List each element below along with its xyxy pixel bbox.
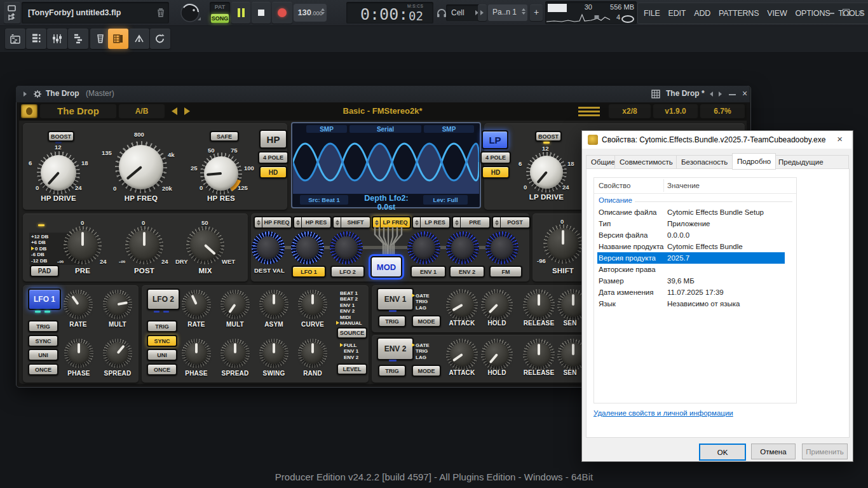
scope-lev-button[interactable]: Lev: Full: [423, 195, 468, 205]
plugin-close-icon[interactable]: ×: [742, 89, 747, 98]
stop-button[interactable]: [252, 2, 271, 24]
table-row-selected[interactable]: Версия продукта2025.7: [597, 252, 785, 264]
lfo2-rand-knob[interactable]: [298, 339, 327, 368]
lfo1-button[interactable]: LFO 1: [28, 288, 61, 310]
mod-lfo1-knob[interactable]: [291, 231, 324, 264]
mode-option-selected[interactable]: GATE: [412, 342, 430, 348]
env1-attack-knob[interactable]: [446, 289, 478, 321]
tab-previous-versions[interactable]: Предыдущие версии: [773, 155, 849, 169]
mode-option[interactable]: LAG: [416, 355, 430, 360]
menu-add[interactable]: ADD: [694, 9, 710, 18]
lfo2-once-button[interactable]: ONCE: [147, 363, 177, 376]
project-title-panel[interactable]: [TonyForby] untitled3.flp: [22, 2, 169, 24]
lfo2-asym-knob[interactable]: [259, 290, 288, 319]
dialog-close-icon[interactable]: ×: [837, 133, 843, 144]
hp-boost-button[interactable]: BOOST: [48, 131, 74, 142]
lfo2-mult-knob[interactable]: [220, 290, 250, 319]
lfo2-level-button[interactable]: LEVEL: [337, 363, 367, 375]
minimize-icon[interactable]: [827, 13, 834, 14]
scope-routing-button[interactable]: Serial: [349, 125, 421, 133]
mod-env1-button[interactable]: ENV 1: [410, 266, 446, 278]
channel-rack-button[interactable]: [26, 29, 46, 49]
spinner-icon[interactable]: [294, 217, 302, 227]
table-row[interactable]: Авторские права: [594, 264, 796, 275]
next-plugin-icon[interactable]: [719, 92, 722, 97]
tab-details[interactable]: Подробно: [732, 153, 776, 170]
mod-fm-knob[interactable]: [485, 231, 519, 264]
ab-compare-button[interactable]: A/B: [119, 104, 165, 118]
mixer-button[interactable]: [47, 29, 67, 49]
hp-hd-button[interactable]: HD: [259, 166, 287, 179]
shift-knob[interactable]: [543, 224, 583, 264]
lp-hd-button[interactable]: HD: [482, 166, 510, 179]
mod-env1-knob[interactable]: [407, 231, 440, 264]
lfo1-mult-knob[interactable]: [103, 290, 132, 319]
env1-trig-button[interactable]: TRIG: [378, 315, 406, 327]
cancel-button[interactable]: Отмена: [751, 444, 796, 459]
env2-mode-button[interactable]: MODE: [412, 365, 441, 377]
time-display[interactable]: 0:00: 02 M:S:CS: [346, 2, 433, 24]
tab-compatibility[interactable]: Совместимость: [614, 155, 678, 169]
dest-hp-freq-button[interactable]: HP FREQ: [254, 216, 292, 229]
pad-button[interactable]: PAD: [30, 265, 59, 277]
song-mode-button[interactable]: SONG: [211, 14, 229, 23]
lfo2-sync-button[interactable]: SYNC: [147, 335, 177, 347]
plugin-version[interactable]: v1.9.0: [653, 104, 698, 118]
menu-options[interactable]: OPTIONS: [795, 9, 830, 18]
mod-lfo2-button[interactable]: LFO 2: [330, 266, 365, 278]
lfo2-source-button[interactable]: SOURCE: [337, 327, 367, 339]
plugin-tab-title[interactable]: The Drop *: [666, 89, 705, 98]
mod-button[interactable]: MOD: [370, 256, 402, 278]
bpm-spinner[interactable]: [321, 8, 325, 15]
master-volume-knob[interactable]: [179, 2, 202, 24]
scope-mode-right-button[interactable]: SMP: [424, 125, 474, 133]
hp-drive-knob[interactable]: [37, 151, 80, 194]
table-row[interactable]: Размер39,6 МБ: [594, 275, 796, 287]
lfo1-sync-button[interactable]: SYNC: [28, 335, 58, 347]
pre-knob[interactable]: [64, 226, 102, 264]
mode-option[interactable]: TRIG: [416, 299, 430, 304]
plugin-cpu[interactable]: 6.7%: [700, 104, 745, 118]
pattern-selector[interactable]: Pa..n 1: [488, 4, 527, 21]
record-button[interactable]: [272, 2, 292, 24]
scope-depth-value[interactable]: Depth Lfo2: 0.0st: [355, 194, 418, 212]
source-option[interactable]: BEAT 2: [340, 296, 362, 302]
hp-freq-knob[interactable]: [115, 141, 167, 193]
spinner-icon[interactable]: [373, 217, 381, 227]
dest-post-button[interactable]: POST: [492, 216, 531, 229]
source-option[interactable]: MIDI: [340, 315, 362, 320]
plugin-picker-button[interactable]: [108, 29, 128, 49]
lfo2-curve-knob[interactable]: [298, 290, 327, 319]
env2-button[interactable]: ENV 2: [377, 337, 414, 360]
preset-menu-icon[interactable]: [578, 107, 600, 116]
mod-lfo2-knob[interactable]: [330, 231, 363, 264]
dest-val-knob[interactable]: [252, 231, 285, 264]
source-option[interactable]: BEAT 1: [340, 290, 362, 296]
spinner-icon[interactable]: [413, 217, 421, 227]
scope-mode-left-button[interactable]: SMP: [306, 125, 347, 133]
lfo1-once-button[interactable]: ONCE: [28, 363, 58, 376]
source-option-selected[interactable]: MANUAL: [336, 320, 362, 326]
table-row[interactable]: ЯзыкНезависимо от языка: [594, 298, 796, 309]
spinner-icon[interactable]: [493, 217, 501, 227]
lfo2-spread-knob[interactable]: [220, 339, 250, 368]
mode-option-selected[interactable]: GATE: [412, 293, 430, 299]
add-pattern-button[interactable]: +: [530, 4, 543, 21]
pause-button[interactable]: [231, 2, 250, 24]
menu-patterns[interactable]: PATTERNS: [719, 9, 759, 18]
oversampling-button[interactable]: x2/8: [609, 104, 651, 118]
hp-safe-button[interactable]: SAFE: [210, 131, 239, 142]
column-header-value[interactable]: Значение: [667, 182, 700, 189]
envelope-target-selector[interactable]: Cell: [446, 4, 482, 21]
env2-release-knob[interactable]: [523, 339, 555, 370]
bpm-display[interactable]: 130 .000: [294, 4, 327, 22]
env2-trig-button[interactable]: TRIG: [378, 365, 406, 377]
mode-option[interactable]: LAG: [416, 305, 430, 311]
touch-controller-button[interactable]: [129, 29, 149, 49]
spinner-icon[interactable]: [334, 217, 341, 227]
lfo1-uni-button[interactable]: UNI: [28, 349, 58, 361]
level-option[interactable]: ENV 1: [344, 348, 358, 354]
plugin-menu-arrow-icon[interactable]: [24, 92, 27, 97]
menu-view[interactable]: VIEW: [767, 9, 787, 18]
table-row[interactable]: Дата изменения11.07.2025 17:39: [594, 287, 796, 298]
